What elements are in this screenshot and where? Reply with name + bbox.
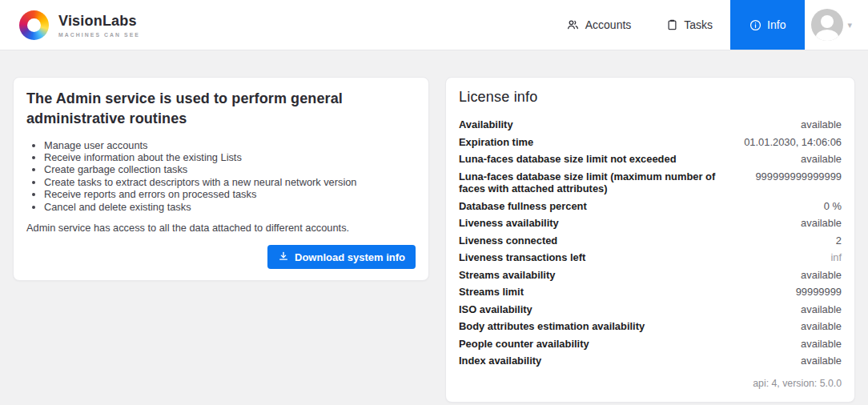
- license-row-value: available: [801, 269, 842, 282]
- license-row-value: 2: [836, 235, 842, 247]
- user-menu[interactable]: ▾: [805, 0, 868, 50]
- clipboard-icon: [666, 18, 678, 31]
- avatar: [811, 9, 843, 41]
- license-row-label: Streams availability: [459, 269, 788, 282]
- license-row-value: available: [801, 320, 842, 333]
- admin-bullet-item: Create tasks to extract descriptors with…: [44, 176, 416, 188]
- license-row: Liveness connected 2: [459, 232, 842, 250]
- license-row-value: available: [801, 153, 842, 166]
- download-system-info-button[interactable]: Download system info: [267, 245, 416, 269]
- license-row: People counter availability available: [459, 335, 842, 353]
- license-row: Luna-faces database size limit (maximum …: [459, 168, 842, 198]
- brand[interactable]: VisionLabs MACHINES CAN SEE: [0, 0, 140, 50]
- license-row-value: available: [801, 355, 842, 367]
- admin-note: Admin service has access to all the data…: [26, 222, 416, 234]
- admin-bullet-item: Manage user accounts: [44, 139, 416, 151]
- license-row: Luna-faces database size limit not excee…: [459, 150, 842, 168]
- license-row-label: ISO availability: [459, 303, 788, 316]
- license-info-card: License info Availability available Expi…: [445, 77, 855, 403]
- license-row-value: 0 %: [824, 200, 842, 213]
- admin-card-title: The Admin service is used to perform gen…: [26, 89, 416, 129]
- license-row: Availability available: [459, 116, 842, 134]
- nav-item-tasks[interactable]: Tasks: [649, 0, 730, 50]
- license-row-value: 999999999999999: [755, 170, 842, 183]
- visionlabs-logo-icon: [19, 10, 49, 40]
- license-row-label: Liveness availability: [459, 217, 788, 230]
- license-row-value: available: [801, 303, 842, 316]
- admin-bullet-item: Receive information about the existing L…: [44, 151, 416, 163]
- chevron-down-icon: ▾: [847, 20, 852, 30]
- license-row-label: People counter availability: [459, 338, 788, 351]
- license-row-label: Database fullness percent: [459, 200, 811, 213]
- license-rows: Availability available Expiration time 0…: [459, 116, 842, 370]
- brand-tagline: MACHINES CAN SEE: [58, 32, 140, 38]
- license-row-label: Luna-faces database size limit not excee…: [459, 153, 788, 166]
- license-row: Body attributes estimation availability …: [459, 318, 842, 335]
- license-row: Liveness availability available: [459, 215, 842, 232]
- license-row-value: available: [801, 338, 842, 351]
- license-row: Liveness transactions left inf: [459, 249, 842, 267]
- admin-bullet-list: Manage user accountsReceive information …: [44, 139, 416, 213]
- brand-name: VisionLabs: [58, 13, 140, 30]
- top-navbar: VisionLabs MACHINES CAN SEE Accounts Tas…: [0, 0, 868, 50]
- license-row: Streams availability available: [459, 267, 842, 284]
- license-row-value: inf: [830, 251, 842, 264]
- admin-bullet-item: Cancel and delete existing tasks: [44, 201, 416, 213]
- info-icon: [749, 19, 762, 31]
- license-row-value: available: [801, 217, 842, 230]
- license-row-label: Liveness transactions left: [459, 251, 818, 264]
- people-icon: [566, 18, 580, 31]
- admin-service-card: The Admin service is used to perform gen…: [13, 77, 429, 281]
- nav-item-label: Accounts: [585, 18, 632, 31]
- nav-item-info[interactable]: Info: [730, 0, 805, 50]
- license-row-label: Expiration time: [459, 136, 731, 149]
- license-row-label: Index availability: [459, 355, 788, 367]
- license-row-label: Body attributes estimation availability: [459, 320, 788, 333]
- license-row-value: 99999999: [796, 286, 842, 299]
- license-row-label: Streams limit: [459, 286, 783, 299]
- license-row-label: Availability: [459, 118, 788, 131]
- license-card-title: License info: [459, 89, 842, 106]
- admin-bullet-item: Create garbage collection tasks: [44, 163, 416, 175]
- license-row-label: Liveness connected: [459, 235, 823, 247]
- admin-bullet-item: Receive reports and errors on processed …: [44, 188, 416, 200]
- license-row: Database fullness percent 0 %: [459, 198, 842, 215]
- nav-item-label: Tasks: [684, 18, 713, 31]
- license-row-value: available: [801, 118, 842, 131]
- license-row: Streams limit 99999999: [459, 283, 842, 301]
- license-row: Index availability available: [459, 352, 842, 370]
- license-row-value: 01.01.2030, 14:06:06: [744, 136, 842, 149]
- download-button-label: Download system info: [295, 251, 405, 263]
- download-icon: [278, 251, 289, 264]
- license-row: ISO availability available: [459, 301, 842, 319]
- license-row-label: Luna-faces database size limit (maximum …: [459, 170, 742, 195]
- api-version-text: api: 4, version: 5.0.0: [459, 378, 842, 389]
- nav-item-accounts[interactable]: Accounts: [549, 0, 649, 50]
- nav-item-label: Info: [767, 18, 786, 31]
- license-row: Expiration time 01.01.2030, 14:06:06: [459, 134, 842, 151]
